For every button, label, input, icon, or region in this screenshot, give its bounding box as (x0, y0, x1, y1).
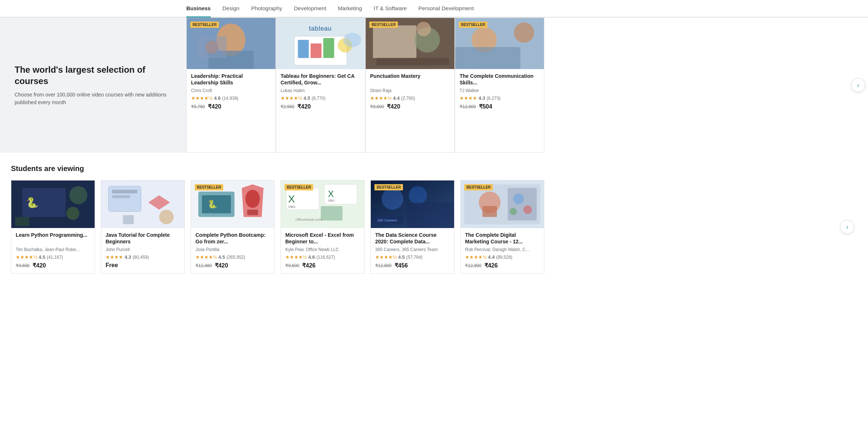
tab-personal-development[interactable]: Personal Development (418, 0, 474, 18)
card-body-communication: The Complete Communication Skills... TJ … (455, 69, 544, 114)
stars: ★★★★½ (191, 95, 213, 101)
svg-rect-14 (373, 25, 416, 58)
rating-count: (14,938) (222, 96, 239, 101)
course-card-punctuation[interactable]: BESTSELLER Punctuation Mastery Shani Raj… (365, 18, 455, 153)
card-author: TJ Walker (460, 88, 540, 93)
svg-rect-32 (112, 195, 130, 198)
svg-text:X: X (328, 189, 334, 199)
card-price-row: ₹5,760 ₹420 (191, 103, 271, 110)
students-viewing-title: Students are viewing (11, 164, 857, 173)
card-price-row: Free (106, 262, 180, 269)
course-card-leadership[interactable]: BESTSELLER Leadership: Practical Leaders… (186, 18, 276, 153)
svg-text:VBA: VBA (288, 205, 296, 209)
card-author: Shani Raja (370, 88, 450, 93)
stars: ★★★★ (106, 254, 123, 260)
svg-text:365 Careers: 365 Careers (377, 218, 397, 222)
rating-num: 4.3 (125, 254, 131, 260)
course-thumbnail-java (101, 181, 184, 228)
featured-carousel-next-button[interactable]: › (851, 78, 865, 92)
card-title: Java Tutorial for Complete Beginners (106, 232, 180, 246)
card-author: 365 Careers, 365 Careers Team (375, 247, 450, 252)
svg-rect-62 (508, 188, 537, 220)
stars: ★★★★½ (281, 95, 302, 101)
card-title: Complete Python Bootcamp: Go from zer... (195, 232, 270, 246)
rating-num: 4.6 (308, 254, 315, 260)
course-card-tableau[interactable]: tableau Tableau for Beginners: Get CA Ce… (276, 18, 365, 153)
course-card-marketing[interactable]: BESTSELLER The Complete Digital Marketin… (460, 180, 544, 274)
tab-design[interactable]: Design (222, 0, 240, 18)
course-thumbnail-tableau: tableau (276, 18, 365, 69)
course-card-communication[interactable]: BESTSELLER The Complete Communication Sk… (455, 18, 544, 153)
hero-title: The world's largest selection of courses (15, 64, 172, 87)
svg-rect-31 (112, 190, 137, 193)
rating-count: (265,952) (226, 255, 245, 260)
card-title: Tableau for Beginners: Get CA Certified,… (281, 73, 361, 87)
card-body-java: Java Tutorial for Complete Beginners Joh… (101, 228, 184, 273)
card-price-row: ₹12,480 ₹420 (195, 262, 270, 269)
price-current: ₹420 (387, 103, 400, 110)
bestseller-badge: BESTSELLER (195, 184, 223, 190)
tab-it-software[interactable]: IT & Software (374, 0, 407, 18)
rating-num: 4.3 (479, 95, 485, 101)
svg-text:tableau: tableau (309, 25, 331, 32)
card-author: John Purcell (106, 247, 180, 252)
price-original: ₹12,800 (375, 263, 392, 268)
course-card-datascience[interactable]: BESTSELLER 365 Careers (370, 180, 454, 274)
svg-point-17 (416, 22, 431, 36)
card-body-excel: Microsoft Excel - Excel from Beginner to… (281, 228, 364, 273)
card-price-row: ₹9,600 ₹420 (16, 262, 90, 269)
card-title: The Complete Digital Marketing Course - … (465, 232, 540, 246)
svg-rect-42 (247, 210, 258, 215)
course-card-learn-python[interactable]: 🐍 Learn Python Programming... Tim Buchal… (11, 180, 95, 274)
svg-text:X: X (288, 193, 295, 205)
card-author: Lukas Halim (281, 88, 361, 93)
card-body-punctuation: Punctuation Mastery Shani Raja ★★★★½ 4.4… (366, 69, 454, 114)
stars: ★★★★ (460, 95, 477, 101)
stars: ★★★★½ (465, 254, 487, 260)
card-price-row: ₹9,600 ₹420 (370, 103, 450, 110)
rating-count: (57,784) (406, 255, 423, 260)
price-current: ₹426 (302, 262, 316, 269)
svg-text:🐍: 🐍 (26, 197, 39, 209)
stars: ★★★★½ (16, 254, 37, 260)
course-card-pybootcamp[interactable]: BESTSELLER 🐍 Complete Python Bootcamp: G… (191, 180, 275, 274)
price-current: ₹504 (479, 103, 492, 110)
price-current: ₹456 (395, 262, 408, 269)
tab-development[interactable]: Development (294, 0, 326, 18)
card-author: Chris Croft (191, 88, 271, 93)
svg-text:OfficeNewb.com: OfficeNewb.com (296, 217, 322, 221)
price-current: ₹420 (33, 262, 46, 269)
card-title: Leadership: Practical Leadership Skills (191, 73, 271, 87)
bestseller-badge: BESTSELLER (369, 22, 398, 28)
card-body-pybootcamp: Complete Python Bootcamp: Go from zer...… (191, 228, 274, 273)
course-thumbnail-python: 🐍 (11, 181, 95, 228)
featured-courses-row: BESTSELLER Leadership: Practical Leaders… (186, 18, 868, 153)
bestseller-badge: BESTSELLER (459, 22, 487, 28)
students-carousel-next-button[interactable]: › (840, 220, 854, 234)
price-current: ₹420 (215, 262, 228, 269)
price-free: Free (106, 262, 118, 269)
rating-num: 4.5 (39, 254, 45, 260)
course-card-java[interactable]: Java Tutorial for Complete Beginners Joh… (101, 180, 185, 274)
rating-num: 4.6 (214, 95, 221, 101)
tab-photography[interactable]: Photography (251, 0, 282, 18)
stars: ★★★★½ (195, 254, 217, 260)
rating-num: 4.4 (393, 95, 400, 101)
stars: ★★★★½ (375, 254, 397, 260)
rating-count: (2,700) (401, 96, 415, 101)
tab-business[interactable]: Business (186, 0, 211, 18)
svg-point-34 (159, 210, 174, 224)
stars: ★★★★½ (370, 95, 392, 101)
svg-rect-8 (298, 40, 309, 58)
stars: ★★★★½ (285, 254, 307, 260)
svg-point-55 (409, 186, 427, 204)
svg-rect-9 (311, 43, 321, 58)
card-rating-row: ★★★★½ 4.4 (89,528) (465, 254, 540, 260)
course-card-excel[interactable]: BESTSELLER X VBA X VBA OfficeNewb.com Mi… (281, 180, 365, 274)
price-original: ₹12,800 (460, 104, 476, 109)
card-rating-row: ★★★★½ 4.5 (57,784) (375, 254, 450, 260)
bestseller-badge: BESTSELLER (190, 22, 219, 28)
tab-marketing[interactable]: Marketing (338, 0, 362, 18)
price-original: ₹12,480 (195, 263, 212, 268)
card-body-leadership: Leadership: Practical Leadership Skills … (187, 69, 275, 114)
